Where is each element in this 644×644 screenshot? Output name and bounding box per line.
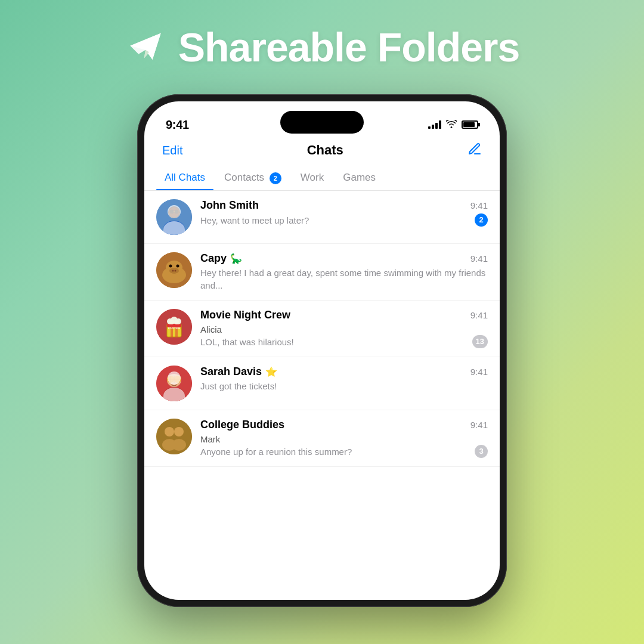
- chat-time: 9:41: [470, 420, 488, 430]
- signal-bar-3: [435, 123, 438, 129]
- avatar: [156, 199, 192, 235]
- svg-point-31: [167, 373, 181, 387]
- chat-info: College Buddies 9:41 Mark Anyone up for …: [200, 419, 488, 458]
- chat-preview: Hey there! I had a great day, spent some…: [200, 267, 488, 292]
- phone-screen: 9:41: [144, 101, 500, 600]
- svg-point-34: [174, 376, 181, 383]
- chat-name: College Buddies: [200, 419, 284, 431]
- svg-text:POPCORN: POPCORN: [168, 327, 180, 330]
- svg-rect-23: [175, 324, 178, 337]
- svg-point-28: [169, 320, 174, 324]
- avatar: POPCORN: [156, 309, 192, 345]
- svg-point-43: [172, 439, 186, 451]
- name-emoji: ⭐: [265, 366, 277, 377]
- compose-button[interactable]: [467, 142, 482, 159]
- svg-point-7: [169, 207, 179, 218]
- chat-sender: Mark: [200, 433, 470, 445]
- nav-title: Chats: [307, 143, 343, 158]
- avatar-image: [156, 199, 192, 235]
- signal-bar-4: [439, 120, 441, 129]
- signal-bar-2: [432, 125, 434, 129]
- svg-rect-2: [156, 199, 192, 235]
- list-item[interactable]: Capy 🦕 9:41 Hey there! I had a great day…: [144, 244, 500, 301]
- avatar: [156, 252, 192, 288]
- chat-name: Sarah Davis ⭐: [200, 366, 277, 378]
- tab-all-chats[interactable]: All Chats: [156, 166, 213, 190]
- svg-point-16: [177, 264, 179, 267]
- tab-games[interactable]: Games: [335, 166, 384, 190]
- svg-rect-30: [156, 366, 192, 401]
- chat-info: Sarah Davis ⭐ 9:41 Just got the tickets!: [200, 366, 488, 392]
- avatar: [156, 419, 192, 454]
- chat-preview: Just got the tickets!: [200, 380, 488, 392]
- chat-name-row: Movie Night Crew 9:41: [200, 309, 488, 321]
- unread-badge: 2: [475, 213, 488, 227]
- list-item[interactable]: POPCORN Movie Night Crew 9:41: [144, 301, 500, 357]
- svg-point-15: [169, 264, 172, 267]
- chat-name: Capy 🦕: [200, 252, 242, 265]
- signal-bars-icon: [428, 120, 441, 129]
- avatar-image: [156, 366, 192, 401]
- chat-time: 9:41: [470, 310, 488, 320]
- chat-name: Movie Night Crew: [200, 309, 290, 321]
- signal-bar-1: [428, 126, 431, 129]
- app-header: Shareable Folders: [125, 24, 520, 70]
- edit-button[interactable]: Edit: [162, 144, 182, 157]
- svg-point-4: [169, 210, 174, 215]
- unread-badge: 3: [475, 445, 488, 458]
- chat-info: Movie Night Crew 9:41 Alicia LOL, that w…: [200, 309, 488, 348]
- chat-name-row: John Smith 9:41: [200, 199, 488, 212]
- wifi-icon: [446, 120, 457, 130]
- chat-list: John Smith 9:41 Hey, want to meet up lat…: [144, 191, 500, 600]
- svg-point-14: [169, 268, 179, 274]
- svg-point-8: [170, 209, 174, 213]
- chat-preview: Anyone up for a reunion this summer?: [200, 445, 470, 458]
- tab-contacts[interactable]: Contacts 2: [216, 166, 290, 190]
- status-time: 9:41: [166, 118, 189, 132]
- svg-point-33: [167, 376, 174, 383]
- phone-mockup: 9:41: [137, 94, 507, 607]
- svg-point-3: [168, 206, 180, 218]
- dynamic-island: [280, 111, 364, 134]
- battery-fill: [463, 122, 475, 127]
- list-item[interactable]: John Smith 9:41 Hey, want to meet up lat…: [144, 191, 500, 244]
- svg-point-41: [174, 427, 184, 436]
- avatar-image: [156, 252, 192, 288]
- list-item[interactable]: College Buddies 9:41 Mark Anyone up for …: [144, 410, 500, 467]
- chat-preview: LOL, that was hilarious!: [200, 336, 467, 348]
- chat-name-row: College Buddies 9:41: [200, 419, 488, 431]
- contacts-badge: 2: [270, 172, 281, 184]
- list-item[interactable]: Sarah Davis ⭐ 9:41 Just got the tickets!: [144, 357, 500, 410]
- chat-info: John Smith 9:41 Hey, want to meet up lat…: [200, 199, 488, 227]
- tab-work[interactable]: Work: [292, 166, 332, 190]
- avatar-image: [156, 419, 192, 454]
- svg-point-18: [175, 270, 177, 271]
- chat-name-row: Sarah Davis ⭐ 9:41: [200, 366, 488, 378]
- chat-time: 9:41: [470, 200, 488, 210]
- svg-point-5: [174, 210, 179, 215]
- telegram-logo: [125, 26, 166, 68]
- phone-frame: 9:41: [137, 94, 507, 607]
- avatar: [156, 366, 192, 401]
- name-emoji: 🦕: [230, 253, 242, 264]
- unread-badge: 13: [472, 335, 488, 348]
- chat-name: John Smith: [200, 199, 259, 212]
- chat-name-row: Capy 🦕 9:41: [200, 252, 488, 265]
- compose-icon: [467, 142, 482, 156]
- svg-point-17: [172, 270, 174, 271]
- chat-time: 9:41: [470, 367, 488, 377]
- avatar-image: POPCORN: [156, 309, 192, 345]
- battery-icon: [462, 120, 478, 129]
- chat-time: 9:41: [470, 253, 488, 264]
- page-title: Shareable Folders: [178, 24, 520, 70]
- chat-sender: Alicia: [200, 323, 467, 336]
- chat-preview: Hey, want to meet up later?: [200, 214, 309, 227]
- nav-bar: Edit Chats: [144, 137, 500, 166]
- tabs-bar: All Chats Contacts 2 Work Games: [144, 166, 500, 191]
- svg-point-40: [165, 427, 174, 436]
- chat-info: Capy 🦕 9:41 Hey there! I had a great day…: [200, 252, 488, 292]
- svg-point-29: [174, 320, 179, 324]
- status-icons: [428, 120, 478, 130]
- svg-point-9: [175, 209, 179, 213]
- svg-rect-22: [171, 324, 173, 337]
